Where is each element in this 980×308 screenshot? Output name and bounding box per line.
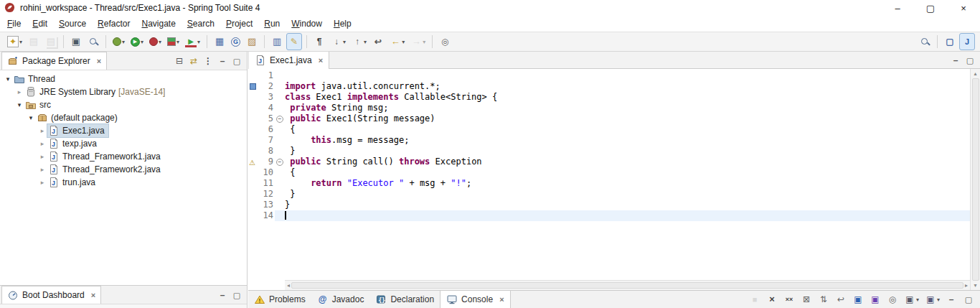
- run-button[interactable]: ▶▾: [128, 33, 146, 50]
- code-line-7[interactable]: 7 this.msg = message;: [248, 135, 970, 146]
- tree-item-thread-framework2-java[interactable]: ▸JThread_Framework2.java: [0, 163, 247, 176]
- collapse-arrow-icon[interactable]: ▾: [26, 114, 36, 121]
- close-icon[interactable]: ×: [97, 57, 101, 65]
- tree-item-src[interactable]: ▾src: [0, 98, 247, 111]
- toggle-mark-occurrences-button[interactable]: ✎: [286, 33, 302, 50]
- scroll-left-arrow-icon[interactable]: ◂: [287, 282, 290, 289]
- print-button[interactable]: ▣: [68, 33, 84, 50]
- line-number[interactable]: 2: [258, 81, 275, 92]
- scroll-up-arrow-icon[interactable]: ▴: [974, 70, 976, 77]
- menu-run[interactable]: Run: [258, 17, 286, 31]
- forward-button[interactable]: →▾: [408, 33, 428, 50]
- tree-item-trun-java[interactable]: ▸Jtrun.java: [0, 176, 247, 189]
- dropdown-arrow-icon[interactable]: ▾: [402, 39, 405, 45]
- code-text[interactable]: {: [285, 124, 970, 135]
- dropdown-arrow-icon[interactable]: ▾: [916, 297, 919, 303]
- line-number[interactable]: 8: [258, 146, 275, 157]
- code-text[interactable]: [285, 70, 970, 81]
- tree-item-texp-java[interactable]: ▸Jtexp.java: [0, 137, 247, 150]
- terminate-button[interactable]: ■: [747, 292, 763, 307]
- line-number[interactable]: 5: [258, 113, 275, 124]
- maximize-window-button[interactable]: ▢: [914, 0, 947, 16]
- dropdown-arrow-icon[interactable]: ▾: [197, 39, 200, 45]
- profile-button[interactable]: ▾: [147, 33, 164, 50]
- menu-navigate[interactable]: Navigate: [136, 17, 181, 31]
- collapse-arrow-icon[interactable]: ▾: [3, 75, 13, 83]
- open-archive-button[interactable]: ▨: [244, 33, 260, 50]
- code-text[interactable]: class Exec1 implements Callable<String> …: [285, 92, 970, 103]
- tree-item-exec1-java[interactable]: ▸JExec1.java: [0, 124, 247, 137]
- code-line-12[interactable]: 12 }: [248, 189, 970, 200]
- expand-arrow-icon[interactable]: ▸: [37, 140, 47, 147]
- fold-collapse-icon[interactable]: −: [276, 116, 283, 123]
- code-text[interactable]: {: [285, 167, 970, 178]
- dropdown-arrow-icon[interactable]: ▾: [423, 39, 425, 45]
- tab-problems[interactable]: Problems: [248, 291, 311, 308]
- code-line-11[interactable]: 11 return "Executor " + msg + "!";: [248, 178, 970, 189]
- clear-console-button[interactable]: ⊠: [798, 292, 814, 307]
- scroll-right-arrow-icon[interactable]: ▸: [965, 282, 968, 289]
- tab-console[interactable]: Console×: [440, 291, 510, 308]
- vertical-scroll-thumb[interactable]: [972, 78, 979, 281]
- line-number[interactable]: 11: [258, 178, 275, 189]
- code-line-10[interactable]: 10 {: [248, 167, 970, 178]
- tree-item-default-package[interactable]: ▾(default package): [0, 111, 247, 124]
- next-annotation-button[interactable]: ↓▾: [329, 33, 348, 50]
- line-number[interactable]: 1: [258, 70, 275, 81]
- menu-edit[interactable]: Edit: [27, 17, 53, 31]
- coverage-button[interactable]: ▾: [165, 33, 182, 50]
- code-text[interactable]: [285, 210, 970, 221]
- expand-arrow-icon[interactable]: ▸: [14, 88, 24, 95]
- close-icon[interactable]: ×: [499, 295, 504, 304]
- line-number[interactable]: 14: [258, 210, 275, 221]
- close-icon[interactable]: ×: [319, 56, 323, 65]
- code-line-5[interactable]: 5− public Exec1(String message): [248, 113, 970, 124]
- dropdown-arrow-icon[interactable]: ▾: [937, 297, 940, 303]
- show-console-stdout-button[interactable]: ▣: [850, 292, 866, 307]
- dropdown-arrow-icon[interactable]: ▾: [343, 39, 346, 45]
- tab-declaration[interactable]: {}Declaration: [369, 291, 440, 308]
- line-number[interactable]: 13: [258, 200, 275, 210]
- remove-launch-button[interactable]: ×: [764, 292, 780, 307]
- scroll-lock-button[interactable]: ⇅: [816, 292, 831, 307]
- maximize-view-button[interactable]: ▢: [961, 292, 976, 307]
- minimize-view-button[interactable]: –: [948, 53, 963, 67]
- code-line-2[interactable]: 2import java.util.concurrent.*;: [248, 81, 970, 92]
- horizontal-scrollbar[interactable]: ◂▸: [285, 280, 970, 290]
- close-icon[interactable]: ×: [91, 291, 95, 299]
- save-button[interactable]: ▤: [26, 33, 42, 50]
- collapse-all-button[interactable]: ⊟: [172, 54, 187, 68]
- link-with-editor-button[interactable]: ⇄: [187, 54, 201, 68]
- menu-help[interactable]: Help: [328, 17, 357, 31]
- open-console-button[interactable]: ▣▾: [923, 292, 942, 307]
- pin-editor-button[interactable]: ◎: [437, 33, 453, 50]
- line-number[interactable]: 4: [258, 103, 275, 113]
- code-text[interactable]: }: [285, 200, 970, 210]
- scroll-down-arrow-icon[interactable]: ▾: [974, 282, 976, 289]
- show-console-stderr-button[interactable]: ▣: [867, 292, 883, 307]
- word-wrap-button[interactable]: ↩: [833, 292, 849, 307]
- tree-item-thread[interactable]: ▾Thread: [0, 73, 247, 85]
- menu-search[interactable]: Search: [182, 17, 220, 31]
- dropdown-arrow-icon[interactable]: ▾: [364, 39, 367, 45]
- tab-javadoc[interactable]: @Javadoc: [311, 291, 370, 308]
- code-line-4[interactable]: 4 private String msg;: [248, 103, 970, 113]
- view-menu-button[interactable]: ⋮: [201, 54, 215, 68]
- vertical-scrollbar[interactable]: ▴▾: [970, 69, 980, 290]
- minimize-window-button[interactable]: –: [881, 0, 914, 16]
- code-text[interactable]: import java.util.concurrent.*;: [285, 81, 970, 92]
- quick-access-search-button[interactable]: [917, 33, 933, 50]
- expand-arrow-icon[interactable]: ▸: [37, 127, 47, 134]
- save-all-button[interactable]: ▤: [43, 33, 59, 50]
- minimize-view-button[interactable]: –: [215, 288, 230, 302]
- dropdown-arrow-icon[interactable]: ▾: [159, 39, 161, 45]
- pin-console-button[interactable]: ◎: [885, 292, 900, 307]
- last-edit-location-button[interactable]: ↩: [370, 33, 386, 50]
- line-number[interactable]: 9: [258, 157, 275, 167]
- tree-item-thread-framework1-java[interactable]: ▸JThread_Framework1.java: [0, 150, 247, 163]
- menu-source[interactable]: Source: [53, 17, 92, 31]
- code-text[interactable]: public Exec1(String message): [285, 113, 970, 124]
- menu-project[interactable]: Project: [220, 17, 258, 31]
- code-text[interactable]: private String msg;: [285, 103, 970, 113]
- code-line-1[interactable]: 1: [248, 70, 970, 81]
